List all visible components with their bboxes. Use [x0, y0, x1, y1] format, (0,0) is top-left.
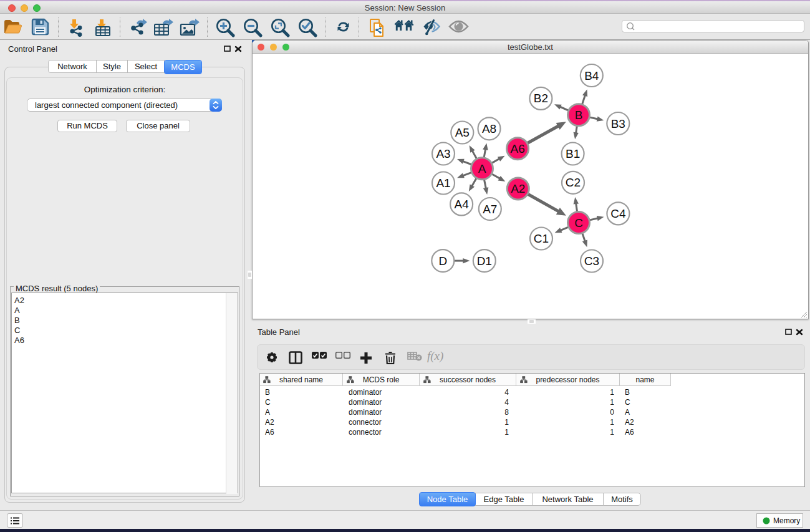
- svg-text:B1: B1: [566, 147, 580, 160]
- svg-text:B: B: [575, 109, 583, 122]
- svg-text:B2: B2: [534, 92, 548, 105]
- svg-text:C2: C2: [566, 176, 581, 189]
- svg-text:A2: A2: [511, 182, 525, 195]
- svg-text:A6: A6: [510, 142, 524, 155]
- svg-text:A3: A3: [436, 147, 450, 160]
- svg-text:A1: A1: [436, 177, 450, 190]
- svg-text:D: D: [438, 254, 447, 268]
- svg-text:C3: C3: [584, 254, 599, 268]
- svg-text:C4: C4: [610, 207, 626, 220]
- svg-text:A5: A5: [455, 126, 470, 139]
- svg-text:B3: B3: [611, 117, 625, 130]
- svg-text:D1: D1: [477, 254, 492, 268]
- svg-text:C: C: [574, 216, 583, 230]
- svg-text:A: A: [478, 162, 486, 175]
- svg-text:B4: B4: [584, 69, 599, 82]
- svg-text:C1: C1: [534, 232, 549, 245]
- svg-text:A8: A8: [482, 122, 496, 135]
- svg-text:A4: A4: [454, 198, 469, 211]
- svg-text:A7: A7: [483, 203, 497, 216]
